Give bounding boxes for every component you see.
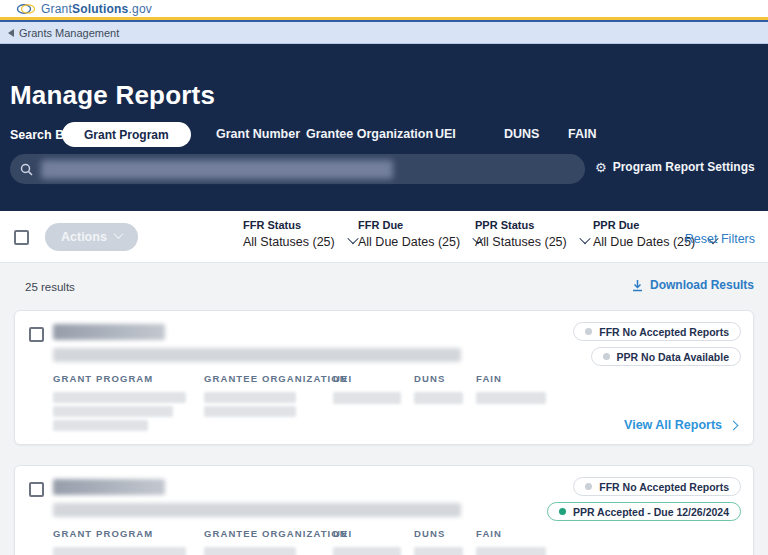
badge-label: FFR No Accepted Reports (599, 481, 729, 493)
page-header: Manage Reports Search By Grant Program G… (0, 44, 768, 211)
tab-uei[interactable]: UEI (435, 127, 456, 141)
filter-value: All Due Dates (25) (358, 235, 460, 249)
field-label: DUNS (414, 528, 476, 539)
chevron-right-icon (729, 421, 739, 431)
field-fain: FAIN (476, 373, 556, 434)
redacted-search-query (41, 160, 393, 179)
row-checkbox[interactable] (29, 327, 44, 342)
ppr-status-badge: PPR No Data Available (591, 347, 741, 366)
field-label: GRANT PROGRAM (53, 528, 204, 539)
manage-reports-page: GrantSolutions.gov Grants Management Man… (0, 0, 768, 555)
redacted-value (414, 547, 463, 555)
results-count: 25 results (25, 281, 75, 293)
gear-icon: ⚙ (595, 161, 607, 174)
filter-ffr-due: FFR Due All Due Dates (25) (358, 219, 482, 249)
search-by-tabs: Search By Grant Program Grant Number Gra… (0, 122, 768, 148)
status-badges: FFR No Accepted Reports PPR Accepted - D… (547, 477, 741, 521)
filter-ppr-status: PPR Status All Statuses (25) (475, 219, 589, 249)
status-dot-icon (603, 353, 610, 360)
redacted-grant-title (53, 348, 461, 362)
status-dot-icon (585, 483, 592, 490)
field-fain: FAIN (476, 528, 556, 555)
ffr-due-dropdown[interactable]: All Due Dates (25) (358, 235, 482, 249)
redacted-value (333, 547, 401, 555)
field-duns: DUNS (414, 528, 476, 555)
field-label: UEI (333, 373, 414, 384)
breadcrumb: Grants Management (0, 22, 768, 44)
field-label: FAIN (476, 528, 556, 539)
field-uei: UEI (333, 528, 414, 555)
chevron-down-icon (113, 229, 123, 239)
download-icon (631, 279, 644, 292)
logo-text: GrantSolutions.gov (41, 2, 152, 16)
status-dot-icon (559, 508, 566, 515)
grantsolutions-logo[interactable]: GrantSolutions.gov (16, 2, 152, 16)
redacted-grant-title (53, 503, 461, 517)
redacted-value (204, 406, 296, 417)
view-all-reports-link[interactable]: View All Reports (624, 418, 737, 432)
program-report-settings-button[interactable]: ⚙ Program Report Settings (595, 160, 755, 174)
ffr-status-badge: FFR No Accepted Reports (573, 477, 741, 496)
ffr-status-badge: FFR No Accepted Reports (573, 322, 741, 341)
status-dot-icon (585, 328, 592, 335)
redacted-value (414, 392, 463, 404)
search-row: ⚙ Program Report Settings (0, 154, 768, 184)
field-label: GRANTEE ORGANIZATION (204, 528, 333, 539)
back-arrow-icon (8, 29, 14, 37)
card-fields: GRANT PROGRAM GRANTEE ORGANIZATION UEI D… (53, 528, 556, 555)
tab-grantee-organization[interactable]: Grantee Organization (306, 127, 433, 141)
filter-label: FFR Status (243, 219, 357, 231)
field-label: FAIN (476, 373, 556, 384)
field-grantee-organization: GRANTEE ORGANIZATION (204, 373, 333, 434)
ppr-status-dropdown[interactable]: All Statuses (25) (475, 235, 589, 249)
badge-label: PPR Accepted - Due 12/26/2024 (573, 506, 729, 518)
badge-label: FFR No Accepted Reports (599, 326, 729, 338)
field-grant-program: GRANT PROGRAM (53, 373, 204, 434)
filter-value: All Statuses (25) (475, 235, 567, 249)
redacted-value (476, 547, 546, 555)
download-results-label: Download Results (650, 278, 754, 292)
field-label: DUNS (414, 373, 476, 384)
top-brand-bar: GrantSolutions.gov (0, 0, 768, 17)
search-input[interactable] (10, 154, 585, 184)
page-title: Manage Reports (10, 80, 215, 111)
field-label: GRANT PROGRAM (53, 373, 204, 384)
filter-bar: Actions FFR Status All Statuses (25) FFR… (0, 211, 768, 263)
tab-fain[interactable]: FAIN (568, 127, 596, 141)
tab-duns[interactable]: DUNS (504, 127, 539, 141)
reset-filters-link[interactable]: Reset Filters (685, 232, 755, 246)
redacted-grant-number (53, 479, 165, 495)
filter-value: All Statuses (25) (243, 235, 335, 249)
redacted-value (333, 392, 401, 404)
field-grantee-organization: GRANTEE ORGANIZATION (204, 528, 333, 555)
actions-button[interactable]: Actions (45, 223, 138, 251)
ppr-status-badge: PPR Accepted - Due 12/26/2024 (547, 502, 741, 521)
row-checkbox[interactable] (29, 482, 44, 497)
badge-label: PPR No Data Available (617, 351, 729, 363)
field-duns: DUNS (414, 373, 476, 434)
tab-grant-number[interactable]: Grant Number (216, 127, 300, 141)
status-badges: FFR No Accepted Reports PPR No Data Avai… (573, 322, 741, 366)
field-label: UEI (333, 528, 414, 539)
search-icon (20, 163, 33, 176)
field-label: GRANTEE ORGANIZATION (204, 373, 333, 384)
view-all-reports-label: View All Reports (624, 418, 722, 432)
filter-value: All Due Dates (25) (593, 235, 695, 249)
select-all-checkbox[interactable] (14, 230, 29, 245)
field-uei: UEI (333, 373, 414, 434)
field-grant-program: GRANT PROGRAM (53, 528, 204, 555)
redacted-value (53, 420, 148, 431)
report-card: GRANT PROGRAM GRANTEE ORGANIZATION UEI D… (14, 310, 754, 445)
redacted-grant-number (53, 324, 165, 340)
ffr-status-dropdown[interactable]: All Statuses (25) (243, 235, 357, 249)
program-report-settings-label: Program Report Settings (613, 160, 755, 174)
report-card: GRANT PROGRAM GRANTEE ORGANIZATION UEI D… (14, 465, 754, 555)
tab-grant-program[interactable]: Grant Program (62, 122, 191, 147)
chevron-down-icon (347, 233, 358, 244)
filter-ffr-status: FFR Status All Statuses (25) (243, 219, 357, 249)
redacted-value (53, 547, 186, 555)
breadcrumb-grants-management[interactable]: Grants Management (19, 27, 119, 39)
redacted-value (204, 392, 296, 403)
download-results-link[interactable]: Download Results (631, 278, 754, 292)
actions-label: Actions (61, 230, 107, 244)
